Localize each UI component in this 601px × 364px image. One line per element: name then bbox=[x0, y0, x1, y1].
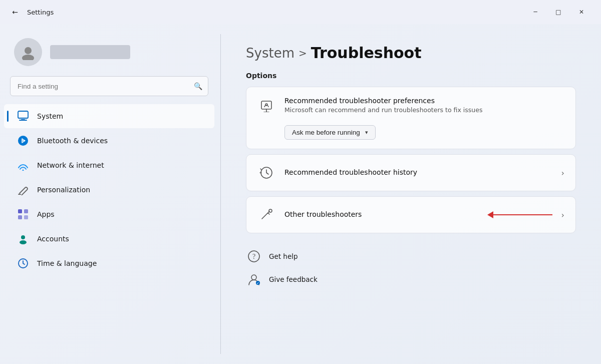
title-bar-left: ← Settings bbox=[8, 5, 54, 19]
svg-text:✓: ✓ bbox=[256, 281, 259, 285]
sidebar-item-time[interactable]: Time & language bbox=[4, 251, 214, 275]
card-recommended-prefs-text: Recommended troubleshooter preferences M… bbox=[284, 97, 564, 114]
sidebar-nav: System Bluetooth & devices bbox=[0, 104, 218, 275]
dropdown-area: Ask me before running ▾ bbox=[246, 123, 575, 149]
title-bar: ← Settings ─ □ ✕ bbox=[0, 0, 601, 24]
svg-point-11 bbox=[21, 235, 25, 239]
svg-rect-10 bbox=[24, 215, 28, 219]
card-recommended-prefs-row[interactable]: Recommended troubleshooter preferences M… bbox=[246, 87, 575, 123]
svg-rect-8 bbox=[24, 209, 28, 213]
card-recommended-prefs-subtitle: Microsoft can recommend and run troubles… bbox=[284, 106, 564, 114]
dropdown-chevron-icon: ▾ bbox=[365, 129, 368, 136]
card-recommended-history-row[interactable]: Recommended troubleshooter history › bbox=[246, 155, 575, 191]
card-recommended-history: Recommended troubleshooter history › bbox=[246, 154, 576, 191]
apps-icon bbox=[16, 207, 30, 221]
svg-rect-7 bbox=[18, 209, 22, 213]
sidebar-scrollable: 🔍 System bbox=[0, 34, 220, 354]
card-other-troubleshooters: Other troubleshooters › bbox=[246, 196, 576, 233]
time-icon bbox=[16, 256, 30, 270]
sidebar-item-bluetooth[interactable]: Bluetooth & devices bbox=[4, 129, 214, 153]
sidebar: 🔍 System bbox=[0, 24, 220, 364]
username-block bbox=[50, 45, 130, 59]
sidebar-item-system-label: System bbox=[37, 112, 63, 120]
svg-point-6 bbox=[23, 170, 24, 171]
svg-text:?: ? bbox=[252, 253, 255, 260]
ask-before-running-dropdown[interactable]: Ask me before running ▾ bbox=[284, 125, 376, 140]
search-input[interactable] bbox=[10, 76, 208, 96]
get-help-link[interactable]: ? Get help bbox=[246, 248, 576, 264]
personalization-icon bbox=[16, 183, 30, 197]
sidebar-item-accounts[interactable]: Accounts bbox=[4, 227, 214, 251]
breadcrumb-current: Troubleshoot bbox=[311, 44, 422, 62]
app-body: 🔍 System bbox=[0, 24, 601, 364]
sidebar-item-apps-label: Apps bbox=[37, 210, 55, 218]
breadcrumb: System > Troubleshoot bbox=[246, 44, 576, 62]
card-other-troubleshooters-row[interactable]: Other troubleshooters › bbox=[246, 197, 575, 233]
give-feedback-icon: ✓ bbox=[246, 271, 262, 287]
red-arrow-line bbox=[492, 214, 552, 216]
dropdown-label: Ask me before running bbox=[292, 129, 360, 136]
accounts-icon bbox=[16, 232, 30, 246]
bottom-links: ? Get help ✓ Give feedback bbox=[246, 248, 576, 287]
close-button[interactable]: ✕ bbox=[570, 4, 593, 20]
svg-point-16 bbox=[269, 209, 272, 212]
search-box: 🔍 bbox=[10, 76, 208, 96]
card-recommended-prefs-title: Recommended troubleshooter preferences bbox=[284, 97, 564, 105]
card-recommended-history-text: Recommended troubleshooter history bbox=[284, 168, 552, 178]
give-feedback-link[interactable]: ✓ Give feedback bbox=[246, 271, 576, 287]
section-title: Options bbox=[246, 72, 576, 80]
svg-rect-9 bbox=[18, 215, 22, 219]
other-troubleshooters-chevron-icon: › bbox=[561, 210, 564, 220]
svg-point-12 bbox=[20, 240, 27, 244]
back-button[interactable]: ← bbox=[8, 5, 22, 19]
red-arrow-annotation bbox=[487, 211, 552, 218]
svg-rect-2 bbox=[18, 111, 28, 118]
history-icon bbox=[257, 164, 275, 182]
card-recommended-history-title: Recommended troubleshooter history bbox=[284, 168, 552, 176]
window-controls: ─ □ ✕ bbox=[524, 4, 593, 20]
minimize-button[interactable]: ─ bbox=[524, 4, 547, 20]
give-feedback-label: Give feedback bbox=[269, 275, 318, 283]
svg-point-19 bbox=[251, 275, 256, 280]
sidebar-item-personalization[interactable]: Personalization bbox=[4, 178, 214, 202]
search-icon: 🔍 bbox=[194, 82, 202, 90]
get-help-label: Get help bbox=[269, 252, 298, 260]
sidebar-item-accounts-label: Accounts bbox=[37, 235, 69, 243]
other-troubleshooters-icon bbox=[257, 206, 275, 224]
svg-point-0 bbox=[25, 47, 32, 54]
card-recommended-prefs: Recommended troubleshooter preferences M… bbox=[246, 87, 576, 149]
sidebar-item-network[interactable]: Network & internet bbox=[4, 153, 214, 177]
sidebar-item-apps[interactable]: Apps bbox=[4, 202, 214, 226]
card-other-troubleshooters-text: Other troubleshooters bbox=[284, 210, 472, 220]
get-help-icon: ? bbox=[246, 248, 262, 264]
user-profile[interactable] bbox=[0, 34, 218, 76]
sidebar-item-system[interactable]: System bbox=[4, 104, 214, 128]
sidebar-item-time-label: Time & language bbox=[37, 259, 97, 267]
sidebar-item-bluetooth-label: Bluetooth & devices bbox=[37, 137, 108, 145]
main-content: System > Troubleshoot Options Recommende… bbox=[221, 24, 601, 364]
maximize-button[interactable]: □ bbox=[547, 4, 570, 20]
system-icon bbox=[16, 109, 30, 123]
avatar bbox=[14, 38, 42, 66]
history-chevron-icon: › bbox=[561, 168, 564, 178]
card-other-troubleshooters-title: Other troubleshooters bbox=[284, 210, 472, 218]
app-title: Settings bbox=[27, 9, 54, 16]
bluetooth-icon bbox=[16, 134, 30, 148]
recommended-prefs-icon bbox=[257, 96, 275, 114]
svg-point-1 bbox=[22, 55, 34, 60]
sidebar-item-network-label: Network & internet bbox=[37, 161, 104, 169]
breadcrumb-separator: > bbox=[298, 47, 307, 59]
sidebar-item-personalization-label: Personalization bbox=[37, 186, 90, 194]
breadcrumb-parent: System bbox=[246, 46, 294, 61]
network-icon bbox=[16, 158, 30, 172]
